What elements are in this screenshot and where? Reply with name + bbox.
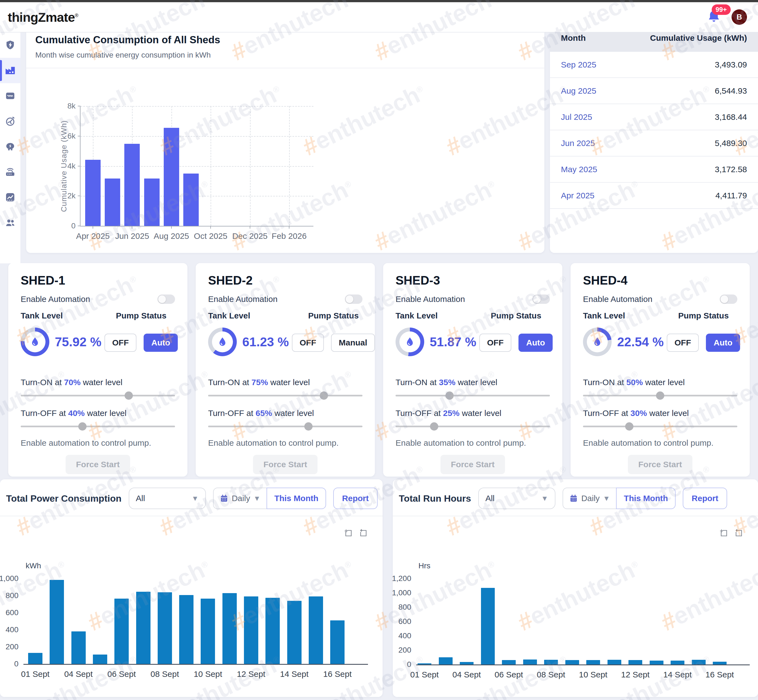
x-tick-label: 10 Sept xyxy=(579,670,607,679)
y-tick-label: 6k xyxy=(67,132,75,141)
pump-mode-button[interactable]: Manual xyxy=(331,334,375,352)
month-link[interactable]: Aug 2025 xyxy=(561,86,596,95)
sidebar-item-vfd[interactable] xyxy=(0,83,20,109)
bar xyxy=(28,653,42,664)
bar xyxy=(200,598,215,664)
force-start-button[interactable]: Force Start xyxy=(66,455,130,474)
pump-mode-button[interactable]: Auto xyxy=(706,334,740,352)
sidebar-item-gateway[interactable] xyxy=(0,159,20,184)
slider-handle[interactable] xyxy=(304,422,313,431)
daily-range-button[interactable]: Daily▼ xyxy=(213,488,267,509)
month-link[interactable]: May 2025 xyxy=(561,165,597,174)
bar xyxy=(144,178,160,226)
shed-filter-select[interactable]: All▼ xyxy=(478,488,555,509)
pump-off-button[interactable]: OFF xyxy=(479,334,511,352)
bar xyxy=(136,592,150,664)
turn-off-slider[interactable] xyxy=(21,422,175,431)
turn-off-slider[interactable] xyxy=(208,422,362,431)
report-button[interactable]: Report xyxy=(333,488,377,509)
month-link[interactable]: Apr 2025 xyxy=(561,191,595,200)
x-tick-label: 06 Sept xyxy=(107,669,136,679)
usage-value: 3,172.58 xyxy=(715,165,747,174)
turn-on-slider[interactable] xyxy=(396,391,550,400)
y-tick-mark xyxy=(78,226,80,226)
x-tick-label: 14 Sept xyxy=(663,670,692,679)
force-start-button[interactable]: Force Start xyxy=(253,455,318,474)
slider-handle[interactable] xyxy=(125,391,133,400)
shed-2-card: SHED-2 Enable Automation Tank Level 61.2… xyxy=(196,263,375,477)
month-link[interactable]: Jul 2025 xyxy=(561,112,592,122)
window-top-strip xyxy=(0,0,758,2)
shed-filter-select[interactable]: All▼ xyxy=(129,488,206,509)
y-tick-label: 1,200 xyxy=(392,574,411,583)
bar xyxy=(523,659,537,664)
slider-handle[interactable] xyxy=(625,422,633,431)
daily-range-button[interactable]: Daily▼ xyxy=(562,488,617,509)
force-start-button[interactable]: Force Start xyxy=(628,455,692,474)
y-tick-mark xyxy=(78,136,80,136)
automation-toggle[interactable] xyxy=(720,294,737,304)
report-button[interactable]: Report xyxy=(683,488,727,509)
monthly-usage-table-card: Month Cumulative Usage (kWh) Sep 20253,4… xyxy=(550,24,758,253)
restore-icon[interactable] xyxy=(359,528,367,537)
run-hours-bar-chart: Hrs 1,2001,000800600400200001 Sept04 Sep… xyxy=(416,578,750,665)
y-tick-label: 400 xyxy=(6,625,19,634)
turn-off-slider[interactable] xyxy=(396,422,550,431)
sidebar-item-sheds[interactable] xyxy=(0,58,20,83)
x-tick-label: Aug 2025 xyxy=(154,231,189,241)
force-start-button[interactable]: Force Start xyxy=(440,455,505,474)
table-body: Sep 20253,493.09Aug 20256,544.93Jul 2025… xyxy=(550,52,758,209)
month-link[interactable]: Sep 2025 xyxy=(561,60,596,69)
month-link[interactable]: Jun 2025 xyxy=(561,139,595,148)
pump-off-button[interactable]: OFF xyxy=(667,334,699,352)
slider-handle[interactable] xyxy=(320,391,328,400)
x-tick-mark xyxy=(92,226,93,229)
sidebar-item-fan[interactable] xyxy=(0,109,20,134)
this-month-button[interactable]: This Month xyxy=(266,488,326,509)
sidebar-item-users[interactable] xyxy=(0,210,20,235)
zoom-select-icon[interactable] xyxy=(719,528,728,537)
gridline xyxy=(250,106,251,226)
pump-off-button[interactable]: OFF xyxy=(105,334,136,352)
x-tick-label: 01 Sept xyxy=(21,669,49,679)
restore-icon[interactable] xyxy=(734,528,743,537)
table-row: Aug 20256,544.93 xyxy=(550,78,758,104)
turn-on-slider[interactable] xyxy=(208,391,362,400)
automation-toggle[interactable] xyxy=(532,294,550,304)
slider-handle[interactable] xyxy=(656,391,664,400)
slider-handle[interactable] xyxy=(78,422,86,431)
turn-off-slider[interactable] xyxy=(583,422,737,431)
automation-toggle[interactable] xyxy=(157,294,175,304)
slider-handle[interactable] xyxy=(445,391,454,400)
power-consumption-bar-chart: kWh 1,000800600400200001 Sept04 Sept06 S… xyxy=(23,578,368,665)
tank-level-ring xyxy=(21,328,49,356)
sidebar-item-analytics[interactable] xyxy=(0,184,20,210)
turn-on-slider[interactable] xyxy=(583,391,737,400)
toggle-knob xyxy=(158,295,166,303)
pump-mode-button[interactable]: Auto xyxy=(144,334,178,352)
divider xyxy=(26,68,544,68)
slider-handle[interactable] xyxy=(430,422,438,431)
sidebar-item-motor[interactable] xyxy=(0,134,20,159)
pump-mode-button[interactable]: Auto xyxy=(518,334,553,352)
turn-on-slider[interactable] xyxy=(21,391,175,400)
chevron-down-icon: ▼ xyxy=(541,494,548,503)
tank-level-value: 22.54 % xyxy=(617,334,664,349)
calendar-icon xyxy=(220,494,229,503)
tank-level-label: Tank Level xyxy=(21,311,98,320)
avatar[interactable]: B xyxy=(731,9,747,25)
pump-off-button[interactable]: OFF xyxy=(292,334,324,352)
bar xyxy=(565,660,579,664)
zoom-select-icon[interactable] xyxy=(344,528,352,537)
notifications-button[interactable]: 99+ xyxy=(707,9,722,25)
shed-4-card: SHED-4 Enable Automation Tank Level 22.5… xyxy=(570,263,750,477)
bar xyxy=(650,661,664,664)
bar xyxy=(183,173,199,226)
sidebar-item-power[interactable] xyxy=(0,33,20,58)
tank-level-ring xyxy=(208,328,237,356)
card-title: Total Power Consumption xyxy=(6,493,122,504)
trend-icon xyxy=(5,192,16,203)
table-row: Jul 20253,168.44 xyxy=(550,104,758,130)
automation-toggle[interactable] xyxy=(345,294,362,304)
this-month-button[interactable]: This Month xyxy=(616,488,676,509)
